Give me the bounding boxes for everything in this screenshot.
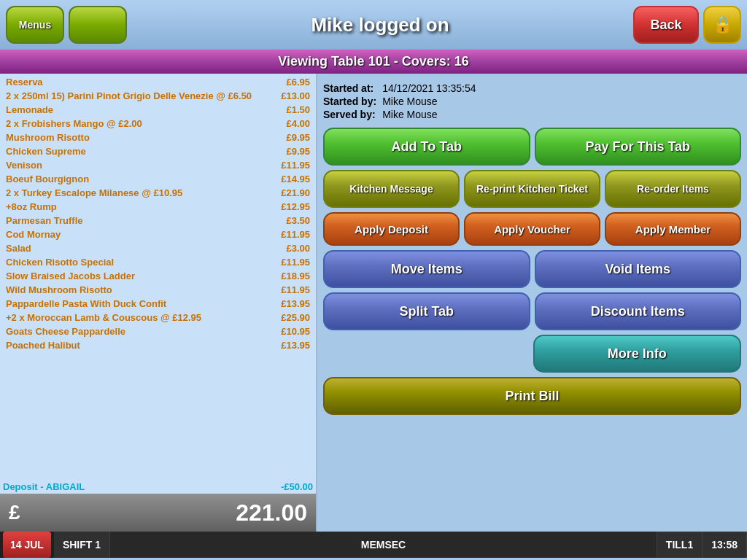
top-right-buttons: Back 🔒 xyxy=(633,6,741,44)
spacer xyxy=(323,335,529,373)
order-item-price: £25.90 xyxy=(266,312,310,323)
order-item-price: £13.95 xyxy=(266,298,310,309)
apply-voucher-button[interactable]: Apply Voucher xyxy=(464,212,600,246)
order-items-list: Reserva£6.952 x 250ml 15) Parini Pinot G… xyxy=(0,74,316,480)
order-item: Wild Mushroom Risotto£11.95 xyxy=(3,283,313,297)
reprint-kitchen-button[interactable]: Re-print Kitchen Ticket xyxy=(464,170,600,208)
started-at-label: Started at: xyxy=(323,82,376,94)
deposit-price: -£50.00 xyxy=(269,481,313,492)
blank-button xyxy=(69,6,127,44)
kitchen-message-button[interactable]: Kitchen Message xyxy=(323,170,460,208)
served-by-label: Served by: xyxy=(323,109,376,120)
order-item-name: Venison xyxy=(6,160,266,171)
void-items-button[interactable]: Void Items xyxy=(535,250,742,288)
order-item: +8oz Rump£12.95 xyxy=(3,200,313,214)
total-bar: £ 221.00 xyxy=(0,494,316,532)
pay-for-this-tab-button[interactable]: Pay For This Tab xyxy=(535,128,742,166)
info-section: Started at: 14/12/2021 13:35:54 Started … xyxy=(323,79,741,123)
order-item-price: £21.90 xyxy=(266,187,310,198)
btn-row-6: More Info xyxy=(323,335,741,373)
started-by-value: Mike Mouse xyxy=(382,96,741,107)
print-bill-button[interactable]: Print Bill xyxy=(323,377,741,415)
order-item-price: £3.00 xyxy=(266,243,310,254)
order-item-name: 2 x Frobishers Mango @ £2.00 xyxy=(6,118,266,129)
order-item-price: £11.95 xyxy=(266,229,310,240)
order-item-name: Chicken Risotto Special xyxy=(6,257,266,268)
split-tab-button[interactable]: Split Tab xyxy=(323,292,530,330)
status-time: 13:58 xyxy=(703,532,747,558)
btn-row-2: Kitchen Message Re-print Kitchen Ticket … xyxy=(323,170,741,208)
order-item: Pappardelle Pasta With Duck Confit£13.95 xyxy=(3,297,313,311)
order-item: Venison£11.95 xyxy=(3,158,313,172)
order-item: Poached Halibut£13.95 xyxy=(3,338,313,352)
order-item-price: £13.00 xyxy=(266,90,310,101)
move-items-button[interactable]: Move Items xyxy=(323,250,530,288)
order-item-name: Mushroom Risotto xyxy=(6,132,266,143)
order-item-price: £11.95 xyxy=(266,284,310,295)
add-to-tab-button[interactable]: Add To Tab xyxy=(323,128,530,166)
status-shift: SHIFT 1 xyxy=(54,532,110,558)
order-item-name: +8oz Rump xyxy=(6,201,266,212)
top-bar: Menus Mike logged on Back 🔒 xyxy=(0,0,747,50)
apply-deposit-button[interactable]: Apply Deposit xyxy=(323,212,460,246)
order-item-price: £18.95 xyxy=(266,271,310,281)
order-item: Slow Braised Jacobs Ladder£18.95 xyxy=(3,269,313,283)
status-date: 14 JUL xyxy=(3,532,51,558)
order-item-name: Wild Mushroom Risotto xyxy=(6,284,266,295)
order-item-name: Lemonade xyxy=(6,104,266,115)
order-item-price: £9.95 xyxy=(266,146,310,157)
order-item-name: 2 x 250ml 15) Parini Pinot Grigio Delle … xyxy=(6,90,266,101)
order-item-price: £10.95 xyxy=(266,326,310,337)
viewing-bar-text: Viewing Table 101 - Covers: 16 xyxy=(278,54,468,69)
more-info-button[interactable]: More Info xyxy=(533,335,742,373)
total-amount: 221.00 xyxy=(236,499,307,526)
deposit-item: Deposit - ABIGAIL -£50.00 xyxy=(0,480,316,494)
deposit-name: Deposit - ABIGAIL xyxy=(3,481,269,492)
order-item-name: Parmesan Truffle xyxy=(6,215,266,226)
order-item-name: 2 x Turkey Escalope Milanese @ £10.95 xyxy=(6,187,266,198)
order-item: 2 x Turkey Escalope Milanese @ £10.95£21… xyxy=(3,186,313,200)
order-item-price: £4.00 xyxy=(266,118,310,129)
discount-items-button[interactable]: Discount Items xyxy=(535,292,742,330)
started-at-value: 14/12/2021 13:35:54 xyxy=(382,82,741,94)
order-item-name: Salad xyxy=(6,243,266,254)
order-item-price: £1.50 xyxy=(266,104,310,115)
order-item-price: £11.95 xyxy=(266,257,310,268)
main-content: Reserva£6.952 x 250ml 15) Parini Pinot G… xyxy=(0,74,747,532)
order-item: Goats Cheese Pappardelle£10.95 xyxy=(3,324,313,338)
btn-row-5: Split Tab Discount Items xyxy=(323,292,741,330)
lock-button[interactable]: 🔒 xyxy=(703,6,741,44)
order-item-name: Cod Mornay xyxy=(6,229,266,240)
order-item-name: Goats Cheese Pappardelle xyxy=(6,326,266,337)
order-item: Chicken Supreme£9.95 xyxy=(3,144,313,158)
order-item-name: +2 x Moroccan Lamb & Couscous @ £12.95 xyxy=(6,312,266,323)
status-bar: 14 JUL SHIFT 1 MEMSEC TILL1 13:58 xyxy=(0,532,747,558)
order-item-price: £13.95 xyxy=(266,340,310,351)
started-by-label: Started by: xyxy=(323,96,376,107)
apply-member-button[interactable]: Apply Member xyxy=(605,212,741,246)
viewing-bar: Viewing Table 101 - Covers: 16 xyxy=(0,50,747,74)
served-by-value: Mike Mouse xyxy=(382,109,741,120)
total-currency: £ xyxy=(9,501,20,524)
order-item-price: £3.50 xyxy=(266,215,310,226)
order-item: Cod Mornay£11.95 xyxy=(3,228,313,241)
btn-row-1: Add To Tab Pay For This Tab xyxy=(323,128,741,166)
right-panel: Started at: 14/12/2021 13:35:54 Started … xyxy=(317,74,747,532)
order-item-price: £14.95 xyxy=(266,174,310,184)
order-item: Lemonade£1.50 xyxy=(3,103,313,117)
reorder-items-button[interactable]: Re-order Items xyxy=(605,170,741,208)
order-item-name: Reserva xyxy=(6,77,266,88)
order-panel: Reserva£6.952 x 250ml 15) Parini Pinot G… xyxy=(0,74,317,532)
order-item: +2 x Moroccan Lamb & Couscous @ £12.95£2… xyxy=(3,311,313,324)
order-item: Chicken Risotto Special£11.95 xyxy=(3,255,313,269)
order-item-name: Boeuf Bourgignon xyxy=(6,174,266,184)
order-item-name: Chicken Supreme xyxy=(6,146,266,157)
menus-button[interactable]: Menus xyxy=(6,6,64,44)
order-item-price: £6.95 xyxy=(266,77,310,88)
status-memsec: MEMSEC xyxy=(110,532,657,558)
back-button[interactable]: Back xyxy=(633,6,699,44)
lock-icon: 🔒 xyxy=(713,15,732,34)
order-item-name: Pappardelle Pasta With Duck Confit xyxy=(6,298,266,309)
order-item: Salad£3.00 xyxy=(3,241,313,255)
order-item: Parmesan Truffle£3.50 xyxy=(3,214,313,228)
